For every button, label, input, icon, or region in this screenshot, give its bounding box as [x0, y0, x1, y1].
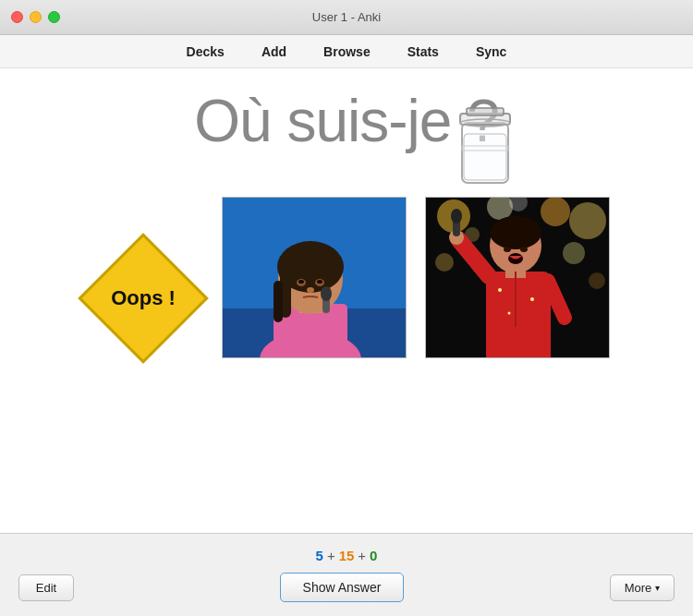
svg-point-40	[490, 216, 541, 249]
dropdown-arrow-icon: ▾	[655, 583, 660, 593]
score-blue: 5	[316, 548, 323, 563]
svg-point-45	[498, 288, 502, 292]
illustration-area: Oops !	[69, 174, 624, 358]
warning-sign: Oops !	[83, 238, 203, 358]
menu-sync[interactable]: Sync	[468, 41, 514, 63]
minimize-button[interactable]	[30, 11, 42, 23]
buttons-row: Edit Show Answer More ▾	[18, 573, 675, 602]
svg-point-15	[321, 286, 332, 301]
score-row: 5 + 15 + 0	[316, 548, 378, 563]
svg-point-42	[520, 247, 528, 252]
menu-stats[interactable]: Stats	[400, 41, 446, 63]
svg-point-26	[569, 202, 606, 239]
svg-point-28	[435, 253, 454, 272]
person2-svg	[426, 198, 610, 358]
more-label: More	[625, 581, 652, 595]
show-answer-button[interactable]: Show Answer	[280, 573, 405, 602]
more-button[interactable]: More ▾	[610, 574, 675, 601]
score-sep1: +	[327, 548, 335, 563]
main-content: Où suis-je ? Oops !	[0, 68, 693, 533]
menu-browse[interactable]: Browse	[316, 41, 378, 63]
traffic-lights	[11, 11, 60, 23]
svg-point-47	[508, 312, 511, 315]
menu-add[interactable]: Add	[254, 41, 294, 63]
svg-rect-8	[274, 281, 283, 322]
jar-icon	[444, 95, 527, 197]
svg-point-12	[317, 280, 322, 284]
svg-rect-18	[467, 108, 504, 115]
close-button[interactable]	[11, 11, 23, 23]
svg-point-11	[298, 280, 304, 284]
bottom-bar: 5 + 15 + 0 Edit Show Answer More ▾	[0, 533, 693, 616]
photo-person2	[425, 197, 610, 358]
svg-rect-32	[486, 272, 551, 358]
window-title: User 1 - Anki	[312, 10, 381, 24]
svg-point-37	[451, 209, 462, 223]
svg-point-13	[307, 287, 314, 293]
svg-point-25	[541, 198, 570, 226]
person1-svg	[223, 198, 407, 358]
maximize-button[interactable]	[48, 11, 60, 23]
svg-rect-20	[464, 134, 506, 180]
menu-decks[interactable]: Decks	[179, 41, 232, 63]
svg-point-46	[530, 297, 534, 301]
score-green: 0	[370, 548, 377, 563]
photo-person1	[222, 197, 407, 358]
score-sep2: +	[358, 548, 366, 563]
menu-bar: Decks Add Browse Stats Sync	[0, 35, 693, 68]
score-orange: 15	[339, 548, 355, 563]
svg-point-27	[563, 242, 585, 264]
title-bar: User 1 - Anki	[0, 0, 693, 35]
edit-button[interactable]: Edit	[18, 574, 74, 601]
svg-point-41	[504, 247, 511, 252]
warning-text: Oops !	[111, 286, 176, 310]
svg-point-31	[589, 272, 605, 289]
